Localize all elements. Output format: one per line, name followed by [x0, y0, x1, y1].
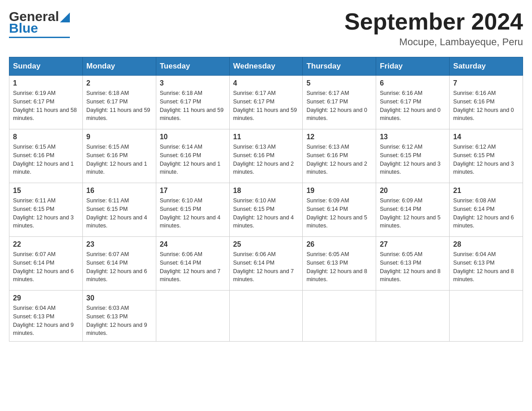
calendar-cell: 30Sunrise: 6:03 AMSunset: 6:13 PMDayligh… — [82, 291, 156, 342]
header-friday: Friday — [376, 57, 450, 76]
calendar-cell: 15Sunrise: 6:11 AMSunset: 6:15 PMDayligh… — [9, 183, 83, 237]
calendar-cell: 17Sunrise: 6:10 AMSunset: 6:15 PMDayligh… — [156, 183, 229, 237]
day-info: Sunrise: 6:04 AMSunset: 6:13 PMDaylight:… — [453, 250, 519, 284]
calendar-week-3: 15Sunrise: 6:11 AMSunset: 6:15 PMDayligh… — [9, 183, 523, 237]
day-info: Sunrise: 6:14 AMSunset: 6:16 PMDaylight:… — [160, 143, 226, 176]
day-info: Sunrise: 6:10 AMSunset: 6:15 PMDaylight:… — [233, 197, 299, 230]
calendar-cell — [156, 291, 229, 342]
calendar-cell: 4Sunrise: 6:17 AMSunset: 6:17 PMDaylight… — [229, 76, 303, 129]
day-info: Sunrise: 6:11 AMSunset: 6:15 PMDaylight:… — [86, 197, 152, 230]
calendar-cell — [450, 291, 523, 342]
day-number: 17 — [160, 187, 226, 195]
day-info: Sunrise: 6:13 AMSunset: 6:16 PMDaylight:… — [306, 143, 372, 176]
day-number: 6 — [380, 79, 446, 87]
logo-underline — [9, 37, 70, 38]
day-info: Sunrise: 6:10 AMSunset: 6:15 PMDaylight:… — [160, 197, 226, 230]
calendar-week-2: 8Sunrise: 6:15 AMSunset: 6:16 PMDaylight… — [9, 129, 523, 183]
day-number: 3 — [160, 79, 226, 87]
day-number: 5 — [306, 79, 372, 87]
title-block: September 2024 Mocupe, Lambayeque, Peru — [344, 9, 523, 48]
day-number: 30 — [86, 294, 152, 302]
header-tuesday: Tuesday — [156, 57, 229, 76]
day-info: Sunrise: 6:13 AMSunset: 6:16 PMDaylight:… — [233, 143, 299, 176]
header-sunday: Sunday — [9, 57, 83, 76]
calendar-cell: 27Sunrise: 6:05 AMSunset: 6:13 PMDayligh… — [376, 237, 450, 291]
calendar-cell: 16Sunrise: 6:11 AMSunset: 6:15 PMDayligh… — [82, 183, 156, 237]
day-number: 21 — [453, 187, 519, 195]
header-wednesday: Wednesday — [229, 57, 303, 76]
calendar-cell: 22Sunrise: 6:07 AMSunset: 6:14 PMDayligh… — [9, 237, 83, 291]
page-header: General Blue September 2024 Mocupe, Lamb… — [9, 9, 523, 48]
day-info: Sunrise: 6:17 AMSunset: 6:17 PMDaylight:… — [233, 89, 299, 123]
calendar-header-row: SundayMondayTuesdayWednesdayThursdayFrid… — [9, 57, 523, 76]
day-info: Sunrise: 6:12 AMSunset: 6:15 PMDaylight:… — [453, 143, 519, 176]
calendar-week-1: 1Sunrise: 6:19 AMSunset: 6:17 PMDaylight… — [9, 76, 523, 129]
calendar-cell: 13Sunrise: 6:12 AMSunset: 6:15 PMDayligh… — [376, 129, 450, 183]
day-info: Sunrise: 6:06 AMSunset: 6:14 PMDaylight:… — [233, 250, 299, 284]
day-info: Sunrise: 6:05 AMSunset: 6:13 PMDaylight:… — [306, 250, 372, 284]
day-number: 11 — [233, 133, 299, 141]
day-info: Sunrise: 6:15 AMSunset: 6:16 PMDaylight:… — [13, 143, 79, 176]
day-number: 9 — [86, 133, 152, 141]
calendar-cell: 25Sunrise: 6:06 AMSunset: 6:14 PMDayligh… — [229, 237, 303, 291]
calendar-cell: 12Sunrise: 6:13 AMSunset: 6:16 PMDayligh… — [303, 129, 376, 183]
day-number: 27 — [380, 240, 446, 248]
day-number: 4 — [233, 79, 299, 87]
day-number: 8 — [13, 133, 79, 141]
calendar-cell: 3Sunrise: 6:18 AMSunset: 6:17 PMDaylight… — [156, 76, 229, 129]
day-info: Sunrise: 6:16 AMSunset: 6:16 PMDaylight:… — [453, 89, 519, 123]
header-saturday: Saturday — [450, 57, 523, 76]
calendar-cell: 6Sunrise: 6:16 AMSunset: 6:17 PMDaylight… — [376, 76, 450, 129]
logo-blue-text: Blue — [9, 21, 38, 36]
day-number: 18 — [233, 187, 299, 195]
day-info: Sunrise: 6:05 AMSunset: 6:13 PMDaylight:… — [380, 250, 446, 284]
day-info: Sunrise: 6:15 AMSunset: 6:16 PMDaylight:… — [86, 143, 152, 176]
calendar-cell: 8Sunrise: 6:15 AMSunset: 6:16 PMDaylight… — [9, 129, 83, 183]
day-number: 20 — [380, 187, 446, 195]
calendar-cell: 18Sunrise: 6:10 AMSunset: 6:15 PMDayligh… — [229, 183, 303, 237]
calendar-cell: 1Sunrise: 6:19 AMSunset: 6:17 PMDaylight… — [9, 76, 83, 129]
calendar-table: SundayMondayTuesdayWednesdayThursdayFrid… — [9, 57, 523, 342]
day-info: Sunrise: 6:17 AMSunset: 6:17 PMDaylight:… — [306, 89, 372, 123]
calendar-cell: 5Sunrise: 6:17 AMSunset: 6:17 PMDaylight… — [303, 76, 376, 129]
day-number: 13 — [380, 133, 446, 141]
header-monday: Monday — [82, 57, 156, 76]
day-number: 19 — [306, 187, 372, 195]
day-info: Sunrise: 6:09 AMSunset: 6:14 PMDaylight:… — [380, 197, 446, 230]
day-number: 1 — [13, 79, 79, 87]
day-info: Sunrise: 6:11 AMSunset: 6:15 PMDaylight:… — [13, 197, 79, 230]
day-number: 28 — [453, 240, 519, 248]
day-number: 23 — [86, 240, 152, 248]
day-info: Sunrise: 6:07 AMSunset: 6:14 PMDaylight:… — [13, 250, 79, 284]
calendar-cell: 28Sunrise: 6:04 AMSunset: 6:13 PMDayligh… — [450, 237, 523, 291]
header-thursday: Thursday — [303, 57, 376, 76]
day-info: Sunrise: 6:06 AMSunset: 6:14 PMDaylight:… — [160, 250, 226, 284]
day-number: 29 — [13, 294, 79, 302]
calendar-cell: 10Sunrise: 6:14 AMSunset: 6:16 PMDayligh… — [156, 129, 229, 183]
calendar-cell: 19Sunrise: 6:09 AMSunset: 6:14 PMDayligh… — [303, 183, 376, 237]
logo: General Blue — [9, 9, 70, 38]
month-title: September 2024 — [344, 9, 523, 34]
calendar-cell: 24Sunrise: 6:06 AMSunset: 6:14 PMDayligh… — [156, 237, 229, 291]
day-number: 16 — [86, 187, 152, 195]
calendar-week-4: 22Sunrise: 6:07 AMSunset: 6:14 PMDayligh… — [9, 237, 523, 291]
day-number: 24 — [160, 240, 226, 248]
calendar-cell: 21Sunrise: 6:08 AMSunset: 6:14 PMDayligh… — [450, 183, 523, 237]
calendar-week-5: 29Sunrise: 6:04 AMSunset: 6:13 PMDayligh… — [9, 291, 523, 342]
day-number: 12 — [306, 133, 372, 141]
calendar-cell: 26Sunrise: 6:05 AMSunset: 6:13 PMDayligh… — [303, 237, 376, 291]
day-number: 15 — [13, 187, 79, 195]
day-number: 7 — [453, 79, 519, 87]
calendar-cell: 2Sunrise: 6:18 AMSunset: 6:17 PMDaylight… — [82, 76, 156, 129]
day-number: 2 — [86, 79, 152, 87]
day-info: Sunrise: 6:19 AMSunset: 6:17 PMDaylight:… — [13, 89, 79, 123]
day-info: Sunrise: 6:08 AMSunset: 6:14 PMDaylight:… — [453, 197, 519, 230]
day-info: Sunrise: 6:18 AMSunset: 6:17 PMDaylight:… — [160, 89, 226, 123]
calendar-cell — [376, 291, 450, 342]
day-number: 14 — [453, 133, 519, 141]
calendar-cell: 11Sunrise: 6:13 AMSunset: 6:16 PMDayligh… — [229, 129, 303, 183]
day-info: Sunrise: 6:16 AMSunset: 6:17 PMDaylight:… — [380, 89, 446, 123]
calendar-cell: 20Sunrise: 6:09 AMSunset: 6:14 PMDayligh… — [376, 183, 450, 237]
day-info: Sunrise: 6:03 AMSunset: 6:13 PMDaylight:… — [86, 304, 152, 338]
day-info: Sunrise: 6:12 AMSunset: 6:15 PMDaylight:… — [380, 143, 446, 176]
